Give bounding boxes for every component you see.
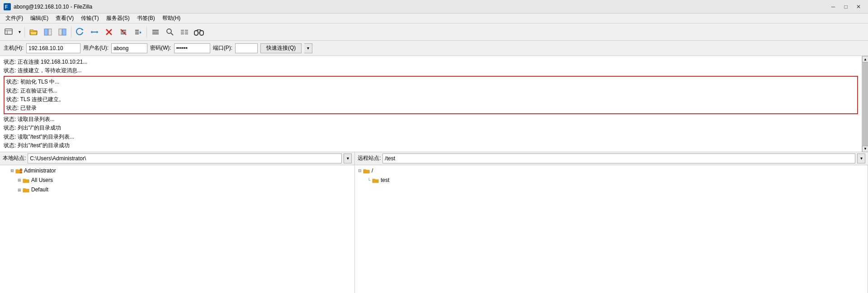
- title-bar: F abong@192.168.10.10 - FileZilla ─ □ ✕: [0, 0, 868, 14]
- open-local-icon: [29, 28, 38, 36]
- close-button[interactable]: ✕: [853, 2, 864, 12]
- site-manager-button[interactable]: [2, 25, 15, 39]
- file-panels: ⊞ Administrator ⊞: [0, 165, 868, 293]
- process-queue-icon: [134, 28, 142, 36]
- folder-root-icon: [363, 167, 370, 174]
- expander-default[interactable]: ⊞: [16, 187, 23, 193]
- minimize-button[interactable]: ─: [827, 2, 839, 12]
- menu-view[interactable]: 查看(V): [52, 14, 77, 23]
- remote-path-dropdown[interactable]: ▾: [857, 153, 865, 163]
- toggle-remote-pane-button[interactable]: [56, 25, 69, 39]
- log-line: 状态: 初始化 TLS 中...: [6, 78, 855, 86]
- log-scrollbar[interactable]: ▲ ▼: [862, 56, 868, 152]
- compare-icon: [180, 28, 189, 36]
- expander-all-users[interactable]: ⊞: [16, 177, 23, 184]
- reconnect-button[interactable]: [88, 25, 101, 39]
- menu-bookmarks[interactable]: 书签(B): [133, 14, 159, 23]
- refresh-icon: [76, 28, 84, 36]
- svg-point-26: [167, 29, 171, 33]
- menu-file[interactable]: 文件(F): [2, 14, 27, 23]
- process-queue-button[interactable]: [131, 25, 145, 39]
- app-icon: F: [4, 3, 11, 10]
- folder-default-icon: [23, 187, 30, 193]
- tree-item-label: All Users: [31, 176, 53, 185]
- tree-item-all-users[interactable]: ⊞ All Users: [0, 176, 354, 185]
- compare-button[interactable]: [178, 25, 191, 39]
- log-line: 状态: 正在连接 192.168.10.10:21...: [4, 58, 858, 66]
- svg-text:F: F: [5, 5, 8, 9]
- separator-1: [24, 27, 25, 37]
- cancel-button[interactable]: [102, 25, 116, 39]
- maximize-button[interactable]: □: [840, 2, 852, 12]
- expander-test[interactable]: └: [366, 177, 372, 184]
- tree-item-administrator[interactable]: ⊞ Administrator: [0, 166, 354, 176]
- cancel-icon: [105, 28, 113, 36]
- svg-marker-11: [91, 31, 92, 33]
- site-manager-icon: [4, 28, 13, 37]
- window-controls: ─ □ ✕: [827, 2, 864, 12]
- log-line: 状态: 连接建立，等待欢迎消息...: [4, 66, 858, 75]
- folder-test-icon: [372, 177, 379, 184]
- svg-rect-34: [194, 31, 198, 35]
- local-path-input[interactable]: [28, 153, 342, 163]
- svg-rect-8: [62, 29, 66, 35]
- menu-edit[interactable]: 编辑(E): [27, 14, 52, 23]
- binoculars-button[interactable]: [192, 25, 206, 39]
- svg-marker-22: [140, 31, 142, 34]
- show-log-button[interactable]: [149, 25, 162, 39]
- port-label: 端口(P):: [213, 44, 232, 52]
- tree-item-test[interactable]: └ test: [355, 176, 868, 185]
- search-remote-button[interactable]: [163, 25, 177, 39]
- local-path-label: 本地站点:: [3, 154, 26, 162]
- tree-item-default[interactable]: ⊞ Default: [0, 185, 354, 195]
- connect-history-button[interactable]: ▾: [304, 43, 312, 53]
- folder-icon: [372, 177, 379, 184]
- local-path-dropdown[interactable]: ▾: [344, 153, 352, 163]
- log-line: 状态: 已登录: [6, 104, 855, 112]
- connect-button[interactable]: 快速连接(Q): [260, 43, 302, 53]
- quickconnect-bar: 主机(H): 用户名(U): 密码(W): 端口(P): 快速连接(Q) ▾: [0, 41, 868, 56]
- expander-administrator[interactable]: ⊞: [9, 167, 15, 174]
- tree-item-label: Administrator: [24, 167, 56, 175]
- local-file-tree: ⊞ Administrator ⊞: [0, 165, 354, 293]
- folder-allusers-icon: [23, 177, 30, 184]
- menu-bar: 文件(F) 编辑(E) 查看(V) 传输(T) 服务器(S) 书签(B) 帮助(…: [0, 14, 868, 23]
- window-title: abong@192.168.10.10 - FileZilla: [14, 4, 92, 10]
- panels-area: 本地站点: ▾ 远程站点: ▾ ⊞: [0, 152, 868, 293]
- username-input[interactable]: [111, 43, 147, 53]
- svg-marker-12: [97, 31, 98, 33]
- remote-path-input[interactable]: [382, 153, 855, 163]
- stop-queue-button[interactable]: [117, 25, 130, 39]
- toggle-local-pane-button[interactable]: [41, 25, 55, 39]
- expander-root[interactable]: ⊟: [357, 167, 363, 174]
- open-local-button[interactable]: [27, 25, 40, 39]
- scroll-thumb[interactable]: [862, 62, 868, 146]
- binoculars-icon: [194, 28, 204, 36]
- menu-transfer[interactable]: 传输(T): [77, 14, 102, 23]
- menu-help[interactable]: 帮助(H): [159, 14, 184, 23]
- password-input[interactable]: [174, 43, 210, 53]
- show-log-icon: [151, 28, 160, 36]
- site-manager-dropdown[interactable]: ▾: [16, 25, 23, 39]
- log-line: 状态: 列出"/"的目录成功: [4, 124, 858, 132]
- scroll-up-button[interactable]: ▲: [862, 56, 868, 62]
- title-bar-left: F abong@192.168.10.10 - FileZilla: [4, 3, 92, 10]
- menu-server[interactable]: 服务器(S): [103, 14, 133, 23]
- folder-icon: [23, 186, 30, 193]
- scroll-down-button[interactable]: ▼: [862, 146, 868, 152]
- log-line: 状态: TLS 连接已建立。: [6, 95, 855, 104]
- separator-3: [146, 27, 147, 37]
- tree-item-root[interactable]: ⊟ /: [355, 166, 868, 176]
- log-wrapper: 状态: 正在连接 192.168.10.10:21... 状态: 连接建立，等待…: [0, 56, 868, 152]
- svg-line-27: [171, 33, 173, 35]
- log-line: 状态: 列出"/test"的目录成功: [4, 141, 858, 150]
- svg-rect-2: [5, 29, 12, 34]
- port-input[interactable]: [235, 43, 258, 53]
- svg-marker-9: [82, 28, 84, 30]
- svg-point-40: [20, 169, 22, 171]
- svg-rect-5: [44, 29, 48, 35]
- toggle-remote-icon: [58, 28, 67, 36]
- host-input[interactable]: [26, 43, 80, 53]
- refresh-button[interactable]: [73, 25, 87, 39]
- host-label: 主机(H):: [4, 44, 24, 52]
